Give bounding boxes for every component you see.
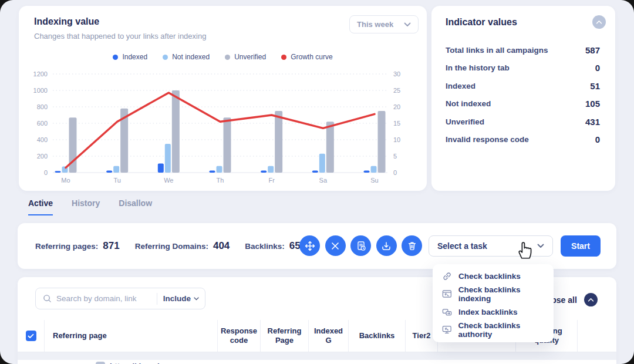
tab-disallow[interactable]: Disallow (119, 198, 152, 215)
toolbar-stats: Referring pages:871 Referring Domains:40… (35, 223, 306, 269)
indicator-row: Invalid response code0 (446, 131, 600, 149)
indicator-value: 0 (595, 134, 600, 144)
svg-text:25: 25 (393, 87, 400, 94)
monitor-link-icon (442, 325, 452, 335)
chevron-down-icon (537, 244, 544, 248)
include-label: Include (163, 294, 191, 303)
legend-item-growth-curve[interactable]: Growth curve (281, 53, 332, 61)
stat-referring-domains: Referring Domains:404 (135, 240, 230, 252)
indicator-row: Indexed51 (446, 77, 600, 95)
indicator-row: Not indexed105 (446, 95, 600, 113)
column-referring-page-2[interactable]: Referring Page (260, 320, 308, 352)
domain-favicon (96, 362, 105, 364)
legend-item-indexed[interactable]: Indexed (113, 53, 147, 61)
collapse-circle[interactable] (584, 293, 598, 306)
report-clock-icon (356, 241, 366, 251)
close-icon (331, 241, 340, 251)
svg-text:200: 200 (37, 153, 48, 160)
table-row[interactable]: https://domain.com (18, 360, 616, 364)
menu-item-check-backlinks[interactable]: Check backlinks (433, 267, 554, 285)
svg-text:400: 400 (37, 136, 48, 143)
menu-item-label: Check backlinks authority (458, 321, 554, 339)
menu-item-label: Index backlinks (458, 308, 518, 316)
svg-text:We: We (164, 177, 173, 184)
column-response-code[interactable]: Response code (217, 320, 260, 352)
period-select-value: This week (357, 20, 393, 29)
menu-item-check-backlinks-authority[interactable]: Check backlinks authority (433, 321, 554, 339)
not-indexed-dot-icon (163, 55, 168, 60)
indicator-values-card: Indicator values Total links in all camp… (431, 6, 615, 191)
report-button[interactable] (350, 235, 371, 256)
stat-backlinks: Backlinks:650 (245, 240, 306, 252)
search-input[interactable] (56, 294, 151, 303)
svg-text:Sa: Sa (319, 177, 328, 184)
svg-text:30: 30 (393, 70, 400, 77)
task-select-value: Select a task (437, 241, 487, 251)
stat-value: 871 (103, 240, 119, 252)
chevron-down-icon (404, 22, 411, 27)
indicator-value: 431 (585, 117, 600, 127)
list-tabs: Active History Disallow (28, 198, 152, 215)
indicator-row: Unverified431 (446, 113, 600, 131)
chart-title: Indexing value (34, 16, 99, 27)
link-icon (442, 271, 452, 281)
indicator-label: Not indexed (446, 99, 491, 108)
indicator-value: 105 (585, 99, 600, 109)
menu-item-index-backlinks[interactable]: Index backlinks (433, 303, 554, 321)
select-all-checkbox[interactable] (26, 331, 36, 341)
indicator-label: Total links in all campaigns (446, 46, 548, 55)
indicator-label: Indexed (446, 82, 476, 90)
search-box: Include (35, 288, 205, 309)
indicator-rows: Total links in all campaigns587 In the h… (446, 41, 600, 149)
svg-text:Su: Su (370, 177, 378, 184)
svg-text:600: 600 (37, 120, 48, 127)
menu-item-check-backlinks-indexing[interactable]: Check backlinks indexing (433, 285, 554, 304)
legend-item-unverified[interactable]: Unverified (225, 53, 266, 61)
download-icon (381, 241, 392, 251)
chart-legend: Indexed Not indexed Unverified Growth cu… (19, 53, 427, 61)
chart-subtitle: Changes that happened to your links afte… (34, 32, 206, 41)
indicator-collapse-button[interactable] (592, 15, 606, 29)
svg-text:0: 0 (44, 169, 48, 176)
include-filter[interactable]: Include (163, 294, 199, 303)
download-button[interactable] (376, 235, 397, 256)
indicator-label: In the history tab (446, 63, 510, 72)
column-referring-page[interactable]: Referring page (44, 320, 217, 352)
tab-history[interactable]: History (72, 198, 100, 215)
move-button[interactable] (299, 235, 320, 256)
svg-text:15: 15 (393, 120, 400, 127)
task-dropdown-menu: Check backlinks Check backlinks indexing… (433, 264, 554, 342)
referring-page-link[interactable]: https://domain.com (110, 362, 183, 364)
column-indexed-g[interactable]: Indexed G (308, 320, 348, 352)
start-button[interactable]: Start (561, 235, 601, 257)
svg-text:20: 20 (393, 103, 400, 110)
indicator-row: In the history tab0 (446, 59, 600, 77)
svg-text:0: 0 (393, 169, 397, 176)
svg-text:Mo: Mo (61, 177, 70, 184)
svg-text:5: 5 (393, 153, 397, 160)
chevron-up-icon (596, 20, 602, 24)
delete-button[interactable] (402, 235, 422, 256)
task-select[interactable]: Select a task (429, 235, 553, 257)
chevron-down-icon (194, 297, 199, 301)
svg-text:1200: 1200 (33, 70, 48, 77)
svg-text:10: 10 (393, 136, 400, 143)
legend-item-not-indexed[interactable]: Not indexed (163, 53, 210, 61)
window-link-icon (442, 289, 452, 299)
period-select[interactable]: This week (349, 15, 419, 33)
legend-label: Not indexed (172, 53, 210, 61)
select-all-cell (18, 320, 44, 352)
indicator-value: 51 (590, 81, 600, 91)
indicator-value: 0 (595, 63, 600, 73)
indicator-label: Invalid response code (446, 135, 529, 144)
indicator-label: Unverified (446, 117, 484, 126)
cancel-button[interactable] (325, 235, 346, 256)
column-empty[interactable] (577, 320, 616, 352)
menu-item-label: Check backlinks (458, 272, 521, 281)
divider (157, 293, 157, 305)
check-icon (28, 333, 34, 339)
index-link-icon (442, 307, 452, 317)
stat-label: Referring Domains: (135, 242, 208, 251)
column-backlinks[interactable]: Backlinks (348, 320, 405, 352)
tab-active[interactable]: Active (28, 198, 53, 215)
